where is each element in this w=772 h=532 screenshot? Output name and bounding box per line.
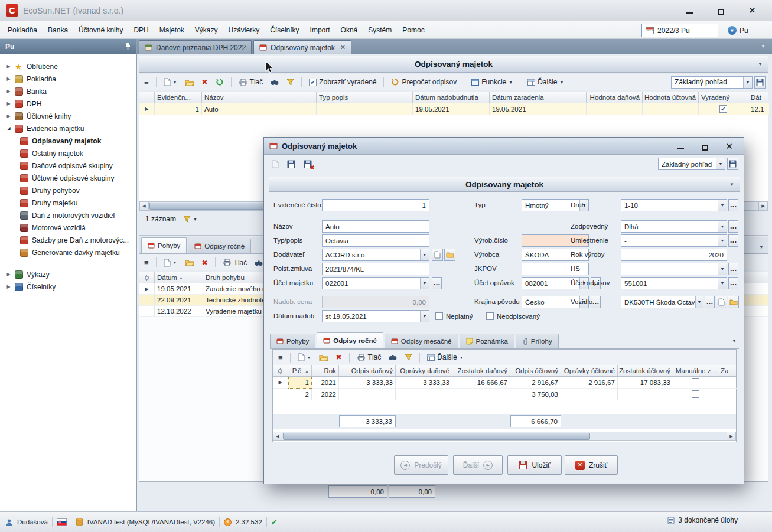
menu-pokladna[interactable]: Pokladňa	[2, 23, 43, 37]
menu-pomoc[interactable]: Pomoc	[397, 23, 429, 37]
sidebar-item-druhy-majetku[interactable]: Druhy majetku	[0, 197, 136, 209]
vozidlo-folder-button[interactable]	[728, 296, 739, 308]
scroll-left-icon[interactable]: ◀	[139, 202, 149, 210]
next-button[interactable]: Ďalší ▶	[453, 455, 503, 475]
umiestnenie-lookup-button[interactable]: …	[728, 234, 738, 247]
column-chooser-button[interactable]: ≡	[142, 77, 151, 88]
delete-record-button[interactable]: ✖	[200, 77, 210, 87]
col-hodnota-danova[interactable]: Hodnota daňová	[587, 92, 643, 103]
col-evidencne[interactable]: Evidenčn...	[155, 92, 202, 103]
cell-datum-zaradenia[interactable]: 19.05.2021	[490, 103, 587, 115]
functions-menu-button[interactable]: Funkcie▼	[469, 77, 515, 87]
menu-uctovne-knihy[interactable]: Účtovné knihy	[73, 23, 128, 37]
col-zostatok-uctovny[interactable]: Zostatok účtovný	[618, 365, 673, 376]
scroll-right-icon[interactable]: ▶	[758, 202, 768, 210]
cell-vyradeny[interactable]: ✔	[699, 103, 748, 115]
user-context-button[interactable]: ▼ Pu	[724, 24, 752, 37]
sidebar-item-banka[interactable]: ▶Banka	[0, 85, 136, 97]
rok-vyroby-input[interactable]: 2020	[621, 249, 727, 261]
asset-row[interactable]: ▶ 1 Auto 19.05.2021 19.05.2021 ✔ 12.1	[139, 103, 768, 115]
sidebar-item-dan-z-motorovych-vozidiel[interactable]: Daň z motorových vozidiel	[0, 209, 136, 221]
new-record-button[interactable]: ▼	[161, 77, 180, 87]
cell-zostatok-uctovny[interactable]: 17 083,33	[618, 377, 673, 389]
cell-hodnota-danova[interactable]	[587, 103, 643, 115]
depreciation-row[interactable]: 2 2022 3 750,03	[273, 389, 736, 400]
cell-nazov[interactable]: Auto	[202, 103, 317, 115]
print-button[interactable]: Tlač	[354, 352, 384, 363]
new-record-button[interactable]	[269, 159, 281, 169]
col-za[interactable]: Za	[718, 365, 737, 376]
dialog-close-icon[interactable]: ✕	[725, 142, 734, 151]
col-hodnota-uctovna[interactable]: Hodnota účtovná	[643, 92, 699, 103]
more-menu-button[interactable]: Ďalšie▼	[425, 352, 465, 363]
col-zostatok-danovy[interactable]: Zostatok daňový	[452, 365, 510, 376]
scroll-thumb[interactable]	[283, 433, 590, 440]
tab-pohyby[interactable]: Pohyby	[141, 237, 187, 253]
depreciation-row[interactable]: ▶ 1 2021 3 333,33 3 333,33 16 666,67 2 9…	[273, 377, 736, 389]
umiestnenie-select[interactable]: -▼	[621, 234, 727, 247]
ucet-majetku-select[interactable]: 022001▼	[322, 277, 429, 289]
col-datum-nadobudnutia[interactable]: Dátum nadobudnutia	[413, 92, 490, 103]
dialog-tabstrip-chevron-icon[interactable]: ▼	[732, 338, 739, 348]
cell-manualne[interactable]	[673, 377, 718, 389]
collapse-chevron-icon[interactable]: ▼	[758, 61, 763, 67]
cell-zostatok-danovy[interactable]: 16 666,67	[452, 377, 510, 389]
open-record-button[interactable]	[183, 77, 197, 87]
tab-close-icon[interactable]: ✕	[340, 44, 346, 51]
bottom-tabstrip-chevron-icon[interactable]: ▼	[759, 244, 768, 253]
tabstrip-chevron-icon[interactable]: ▼	[761, 44, 766, 49]
ucet-majetku-lookup-button[interactable]: …	[432, 277, 442, 289]
dodavatel-detail-button[interactable]	[432, 249, 443, 261]
datum-nadob-picker[interactable]: st 19.05.2021▼	[322, 310, 429, 322]
sidebar-item-uctovne-odpisove-skupiny[interactable]: Účtovné odpisové skupiny	[0, 172, 136, 184]
col-rok[interactable]: Rok	[312, 365, 339, 376]
ucet-odpisov-lookup-button[interactable]: …	[728, 277, 738, 289]
sidebar-item-danove-odpisove-skupiny[interactable]: Daňové odpisové skupiny	[0, 159, 136, 172]
tab-danove-priznania[interactable]: Daňové priznania DPH 2022	[139, 40, 252, 54]
sidebar-item-odpisovany-majetok[interactable]: Odpisovaný majetok	[0, 135, 136, 147]
cell-pc[interactable]: 2	[288, 389, 312, 400]
sidebar-item-uctovne-knihy[interactable]: ▶Účtovné knihy	[0, 110, 136, 122]
save-button[interactable]: Uložiť	[507, 455, 562, 475]
sidebar-item-motorove-vozidla[interactable]: Motorové vozidlá	[0, 221, 136, 234]
col-typ-popis[interactable]: Typ popis	[317, 92, 413, 103]
cell-hodnota-uctovna[interactable]	[643, 103, 699, 115]
save-record-button[interactable]	[285, 159, 298, 169]
col-opravky-uctovne[interactable]: Oprávky účtovné	[561, 365, 618, 376]
cell-opravky-danove[interactable]	[396, 389, 452, 400]
filter-button[interactable]	[284, 77, 297, 87]
search-button[interactable]	[386, 353, 399, 362]
minimize-icon[interactable]	[685, 6, 694, 15]
menu-majetok[interactable]: Majetok	[154, 23, 190, 37]
filter-button[interactable]	[402, 353, 415, 362]
col-manualne[interactable]: Manuálne z...	[673, 365, 718, 376]
column-chooser-button[interactable]: ≡	[276, 352, 285, 363]
tab-pohyby[interactable]: Pohyby	[270, 334, 315, 348]
open-record-button[interactable]	[317, 353, 331, 363]
cell-opravky-uctovne[interactable]	[561, 389, 618, 400]
col-datum[interactable]: Dátum▲	[155, 272, 203, 283]
collapse-chevron-icon[interactable]: ▼	[729, 182, 734, 187]
pin-icon[interactable]	[125, 43, 131, 50]
cell-datum[interactable]: 19.05.2021	[155, 283, 203, 295]
cell-typ-popis[interactable]	[317, 103, 413, 115]
cell-rok[interactable]: 2022	[312, 389, 339, 400]
menu-banka[interactable]: Banka	[43, 23, 73, 37]
col-odpis-uctovny[interactable]: Odpis účtovný	[510, 365, 561, 376]
cell-datum[interactable]: 22.09.2021	[155, 295, 203, 306]
cell-datum[interactable]: 12.10.2022	[155, 306, 203, 317]
close-icon[interactable]: ×	[748, 6, 757, 15]
poist-zmluva-input[interactable]: 2021/874/KL	[322, 263, 429, 275]
tab-poznamka[interactable]: Poznámka	[460, 334, 514, 348]
tab-odpisy-rocne-bg[interactable]: Odpisy ročné	[188, 239, 251, 253]
tab-odpisy-mesacne[interactable]: Odpisy mesačné	[385, 334, 458, 348]
sidebar-item-evidencia-majetku[interactable]: ◢Evidencia majetku	[0, 122, 136, 135]
sidebar-item-vykazy[interactable]: ▶Výkazy	[0, 268, 136, 280]
new-record-button[interactable]: ▼	[161, 257, 180, 268]
more-menu-button[interactable]: Ďalšie▼	[525, 77, 566, 87]
cell-odpis-uctovny[interactable]: 2 916,67	[510, 377, 561, 389]
new-record-button[interactable]: ▼	[295, 352, 314, 363]
cell-odpis-danovy[interactable]	[339, 389, 396, 400]
sidebar-item-sadzby[interactable]: Sadzby pre Daň z motorovýc...	[0, 234, 136, 246]
cell-manualne[interactable]	[673, 389, 718, 400]
